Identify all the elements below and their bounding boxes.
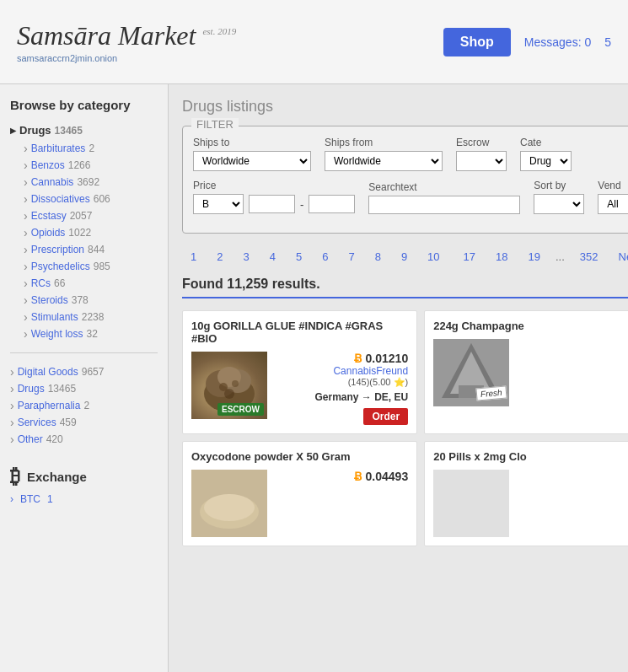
page-3[interactable]: 3 [234,247,257,266]
page-18[interactable]: 18 [487,247,516,266]
listing-rating: (145)(5.00 ⭐) [274,377,408,388]
listing-item: 20 Pills x 2mg Clo [424,441,628,546]
price-min-input[interactable] [249,195,295,213]
listing-image [433,470,509,537]
page-9[interactable]: 9 [393,247,416,266]
escrow-badge: ESCROW [217,403,264,416]
sidebar-sub-label: Prescription [31,244,84,255]
page-7[interactable]: 7 [340,247,362,266]
filter-box: FILTER Ships to Worldwide Ships from Wor… [182,126,628,234]
listing-price: Ƀ 0.01210 [274,352,408,365]
page-352[interactable]: 352 [572,247,607,266]
sortby-group: Sort by [534,180,584,214]
listing-item: 10g GORILLA GLUE #INDICA #GRAS #BIO [182,310,417,434]
sidebar-item-psychedelics[interactable]: Psychedelics 985 [24,258,158,275]
sidebar-item-drugs[interactable]: Drugs 13465 [10,122,158,138]
ships-from-select[interactable]: Worldwide [325,151,443,171]
sidebar-item-barbiturates[interactable]: Barbiturates 2 [24,140,158,157]
listings-grid: 10g GORILLA GLUE #INDICA #GRAS #BIO [182,310,628,546]
sidebar-sub-label: Benzos [31,159,65,171]
sidebar-item-ecstasy[interactable]: Ecstasy 2057 [24,207,158,224]
vendor-group: Vend All [598,180,628,214]
main-layout: Browse by category Drugs 13465 Barbitura… [0,84,628,672]
sidebar-item-drugs-top[interactable]: Drugs 13465 [10,380,158,397]
sidebar-other-label: Digital Goods [18,366,78,378]
searchtext-label: Searchtext [368,181,520,193]
listing-body: Fresh [433,339,628,406]
order-button[interactable]: Order [363,408,408,425]
exchange-section: ₿ Exchange [10,465,158,488]
listing-title: Oxycodone powder X 50 Gram [191,450,408,463]
ships-from-group: Ships from Worldwide [325,137,443,171]
ships-to-select[interactable]: Worldwide [193,151,311,171]
logo-text: Samsāra Market [17,20,196,51]
listing-seller[interactable]: CannabisFreund [274,365,408,377]
page-17[interactable]: 17 [455,247,484,266]
sortby-select[interactable] [534,194,584,214]
category-label: Cate [520,137,572,148]
sidebar-item-dissociatives[interactable]: Dissociatives 606 [24,191,158,207]
page-5[interactable]: 5 [287,247,310,266]
sidebar-subcategories: Barbiturates 2 Benzos 1266 Cannabis 3692… [10,140,158,342]
sidebar-item-opioids[interactable]: Opioids 1022 [24,224,158,241]
arrow-icon: › [10,493,13,505]
sidebar-other-label: Services [18,417,56,428]
sidebar-item-paraphernalia[interactable]: Paraphernalia 2 [10,397,158,414]
content: Drugs listings FILTER Ships to Worldwide… [169,84,628,672]
sidebar-other-label: Drugs [18,383,45,395]
sidebar-sub-label: RCs [31,277,51,289]
page-1[interactable]: 1 [182,247,205,266]
messages-link[interactable]: Messages: 0 [524,35,591,49]
sidebar-divider [10,352,158,353]
sidebar-item-stimulants[interactable]: Stimulants 2238 [24,309,158,325]
sidebar-item-cannabis[interactable]: Cannabis 3692 [24,174,158,191]
exchange-currency: BTC [20,493,40,505]
filter-row-2: Price B - Searchtext Sort by [193,180,628,214]
listing-image: Fresh [433,339,509,406]
pagination-dots: ... [552,247,568,266]
filter-legend: FILTER [191,118,239,131]
sidebar-item-weightloss[interactable]: Weight loss 32 [24,325,158,342]
sidebar-drugs-label: Drugs [19,124,51,137]
sidebar-item-steroids[interactable]: Steroids 378 [24,292,158,309]
listing-info: Ƀ 0.04493 [274,470,408,483]
sidebar-sub-label: Steroids [31,294,68,306]
sidebar-other-categories: Digital Goods 9657 Drugs 13465 Paraphern… [10,363,158,448]
sidebar-item-digital-goods[interactable]: Digital Goods 9657 [10,363,158,380]
next-button[interactable]: Nex [610,247,628,266]
category-select[interactable]: Drug [520,151,572,171]
escrow-select[interactable] [456,151,507,171]
page-10[interactable]: 10 [419,247,448,266]
vendor-select[interactable]: All [598,194,628,214]
sidebar-item-benzos[interactable]: Benzos 1266 [24,157,158,174]
page-19[interactable]: 19 [520,247,549,266]
sidebar-item-services[interactable]: Services 459 [10,414,158,431]
sidebar-item-prescription[interactable]: Prescription 844 [24,241,158,258]
listing-body [433,470,628,537]
searchtext-group: Searchtext [368,181,520,214]
page-4[interactable]: 4 [261,247,284,266]
top-right: Shop Messages: 0 5 [443,28,611,56]
svg-point-6 [224,389,234,399]
listing-image [191,470,267,537]
listing-image: 🌿 ESCROW [191,352,267,419]
product-image: 🌿 ESCROW [191,352,267,419]
page-title: Drugs listings [182,98,628,116]
sidebar-item-other[interactable]: Other 420 [10,431,158,448]
listing-price: Ƀ 0.04493 [274,470,408,483]
price-max-input[interactable] [309,195,355,213]
page-2[interactable]: 2 [208,247,231,266]
shop-button[interactable]: Shop [443,28,511,56]
extra-nav: 5 [604,35,611,49]
listing-body: 🌿 ESCROW Ƀ 0.01210 CannabisFreund (145)(… [191,352,408,425]
price-currency-select[interactable]: B [193,194,244,214]
sidebar-item-rcs[interactable]: RCs 66 [24,275,158,292]
page-8[interactable]: 8 [367,247,389,266]
sidebar-sub-label: Weight loss [31,328,83,340]
ships-to-group: Ships to Worldwide [193,137,311,171]
sidebar-sub-label: Dissociatives [31,193,90,205]
logo-title: Samsāra Market est. 2019 [17,20,236,51]
exchange-value: 1 [47,493,53,505]
page-6[interactable]: 6 [314,247,336,266]
searchtext-input[interactable] [368,196,520,214]
